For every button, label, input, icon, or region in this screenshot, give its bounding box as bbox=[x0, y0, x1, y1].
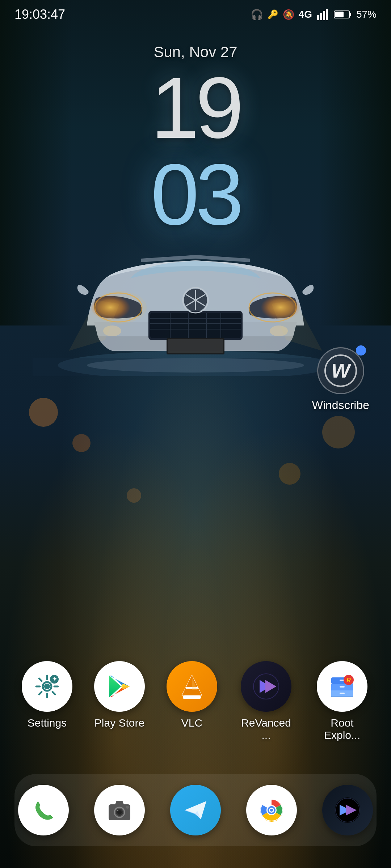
svg-line-43 bbox=[39, 692, 42, 694]
svg-rect-50 bbox=[183, 695, 201, 699]
app-playstore[interactable]: Play Store bbox=[94, 661, 145, 729]
svg-point-71 bbox=[126, 806, 129, 809]
app-settings[interactable]: ✦ Settings bbox=[22, 661, 72, 729]
windscribe-icon-circle[interactable]: W bbox=[317, 347, 364, 394]
svg-rect-0 bbox=[317, 15, 319, 20]
app-row: ✦ Settings bbox=[0, 661, 391, 741]
svg-point-32 bbox=[270, 326, 288, 336]
revanced-icon[interactable] bbox=[241, 661, 291, 712]
svg-point-31 bbox=[103, 326, 121, 336]
windscribe-app[interactable]: W Windscribe bbox=[312, 347, 369, 412]
camera-icon[interactable] bbox=[94, 785, 145, 835]
clock-date: Sun, Nov 27 bbox=[0, 43, 391, 61]
svg-text:R: R bbox=[346, 677, 351, 683]
battery-text: 57% bbox=[356, 9, 377, 20]
svg-point-34 bbox=[87, 358, 304, 373]
vlc-label: VLC bbox=[181, 717, 202, 729]
svg-point-80 bbox=[270, 809, 273, 812]
key-icon: 🔑 bbox=[268, 9, 278, 20]
dock-chrome[interactable] bbox=[246, 785, 297, 835]
chrome-icon[interactable] bbox=[246, 785, 297, 835]
svg-marker-54 bbox=[265, 680, 276, 693]
playstore-icon[interactable] bbox=[94, 661, 145, 712]
windscribe-label: Windscribe bbox=[312, 399, 369, 412]
rootexplorer-icon[interactable]: R bbox=[317, 661, 367, 712]
telegram-icon[interactable] bbox=[170, 785, 221, 835]
svg-rect-60 bbox=[331, 696, 353, 697]
dock-camera[interactable] bbox=[94, 785, 145, 835]
svg-line-41 bbox=[52, 692, 55, 694]
revanced-label: ReVanced ... bbox=[239, 717, 293, 741]
svg-rect-30 bbox=[168, 339, 223, 353]
svg-rect-6 bbox=[335, 12, 344, 17]
windscribe-w-symbol: W bbox=[324, 354, 357, 387]
bell-muted-icon: 🔕 bbox=[283, 9, 294, 20]
app-revanced[interactable]: ReVanced ... bbox=[239, 661, 293, 741]
svg-point-44 bbox=[44, 684, 50, 689]
status-bar: 19:03:47 🎧 🔑 🔕 4G 57% bbox=[0, 0, 391, 29]
rootexplorer-label: Root Explo... bbox=[315, 717, 369, 741]
headphones-icon: 🎧 bbox=[251, 9, 263, 21]
svg-rect-2 bbox=[323, 11, 325, 20]
svg-rect-9 bbox=[150, 313, 241, 338]
settings-icon[interactable]: ✦ bbox=[22, 661, 72, 712]
clock-hour: 19 bbox=[0, 64, 391, 151]
svg-rect-5 bbox=[349, 13, 351, 16]
dock-player[interactable] bbox=[322, 785, 373, 835]
status-time: 19:03:47 bbox=[14, 7, 65, 22]
network-indicator: 4G bbox=[299, 9, 312, 20]
settings-label: Settings bbox=[28, 717, 67, 729]
phone-icon[interactable] bbox=[18, 785, 69, 835]
dock bbox=[14, 774, 377, 846]
app-rootexplorer[interactable]: R Root Explo... bbox=[315, 661, 369, 741]
clock-widget: Sun, Nov 27 19 03 bbox=[0, 43, 391, 238]
dock-telegram[interactable] bbox=[170, 785, 221, 835]
svg-line-40 bbox=[39, 678, 42, 681]
vlc-icon[interactable] bbox=[167, 661, 217, 712]
battery-icon bbox=[334, 9, 352, 20]
svg-rect-62 bbox=[340, 686, 345, 688]
signal-icon bbox=[316, 8, 329, 21]
playstore-label: Play Store bbox=[94, 717, 144, 729]
svg-rect-3 bbox=[326, 9, 328, 20]
svg-point-70 bbox=[117, 810, 118, 811]
app-vlc[interactable]: VLC bbox=[167, 661, 217, 729]
dock-phone[interactable] bbox=[18, 785, 69, 835]
svg-text:✦: ✦ bbox=[52, 676, 57, 682]
player-icon[interactable] bbox=[322, 785, 373, 835]
svg-marker-51 bbox=[192, 677, 197, 690]
svg-rect-1 bbox=[320, 13, 322, 20]
status-icons: 🎧 🔑 🔕 4G 57% bbox=[251, 8, 377, 21]
svg-marker-72 bbox=[185, 801, 206, 819]
clock-minute: 03 bbox=[0, 151, 391, 238]
svg-rect-63 bbox=[340, 693, 345, 694]
